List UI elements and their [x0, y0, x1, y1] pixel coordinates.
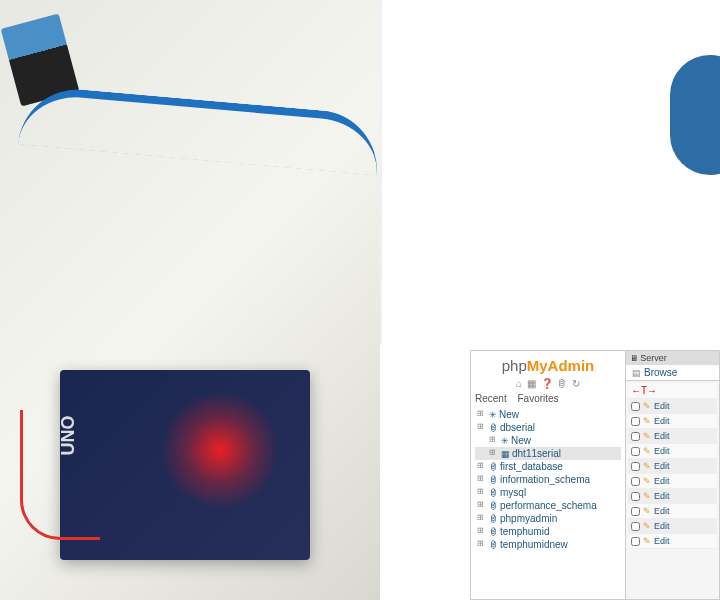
tree-item-label: temphumid [500, 526, 549, 537]
edit-link[interactable]: Edit [654, 521, 670, 531]
tree-item-temphumid[interactable]: 🛢temphumid [475, 525, 621, 538]
row-checkbox[interactable] [631, 477, 640, 486]
pencil-icon: ✎ [643, 491, 651, 501]
row-checkbox[interactable] [631, 462, 640, 471]
pencil-icon: ✎ [643, 476, 651, 486]
blue-logo-fragment [670, 55, 720, 175]
pencil-icon: ✎ [643, 431, 651, 441]
pencil-icon: ✎ [643, 521, 651, 531]
db-icon: 🛢 [489, 488, 498, 498]
pencil-icon: ✎ [643, 446, 651, 456]
row-checkbox[interactable] [631, 402, 640, 411]
row-checkbox[interactable] [631, 537, 640, 546]
edit-link[interactable]: Edit [654, 416, 670, 426]
edit-link[interactable]: Edit [654, 536, 670, 546]
row-checkbox[interactable] [631, 492, 640, 501]
edit-link[interactable]: Edit [654, 401, 670, 411]
db-icon: 🛢 [489, 527, 498, 537]
phpmyadmin-main: Server Browse ←T→✎Edit✎Edit✎Edit✎Edit✎Ed… [626, 351, 719, 599]
table-row: ✎Edit [628, 459, 717, 474]
phpmyadmin-sidebar: phpMyAdmin ⌂ ▦ ❓ 🛢 ↻ Recent Favorites ✳N… [471, 351, 626, 599]
table-row: ✎Edit [628, 519, 717, 534]
table-row: ✎Edit [628, 429, 717, 444]
logo-myadmin: MyAdmin [527, 357, 595, 374]
tree-item-New[interactable]: ✳New [475, 434, 621, 447]
edit-link[interactable]: Edit [654, 506, 670, 516]
sidebar-tabs: Recent Favorites [475, 393, 621, 404]
sql-icon[interactable]: ▦ [527, 378, 536, 389]
tree-item-label: information_schema [500, 474, 590, 485]
db-icon: 🛢 [489, 462, 498, 472]
row-checkbox[interactable] [631, 432, 640, 441]
top-right-panel [380, 0, 720, 345]
db-icon: 🛢 [489, 540, 498, 550]
help-icon[interactable]: ❓ [541, 378, 553, 389]
pencil-icon: ✎ [643, 536, 651, 546]
row-checkbox[interactable] [631, 417, 640, 426]
logo-php: php [502, 357, 527, 374]
new-row[interactable]: ←T→ [628, 383, 717, 399]
sidebar-toolbar: ⌂ ▦ ❓ 🛢 ↻ [475, 378, 621, 389]
tree-item-label: dht11serial [512, 448, 561, 459]
usb-cable [18, 84, 380, 175]
arduino-photo [0, 0, 380, 600]
tree-item-label: performance_schema [500, 500, 597, 511]
new-icon: ✳ [489, 410, 497, 420]
db-icon: 🛢 [489, 501, 498, 511]
table-row: ✎Edit [628, 474, 717, 489]
server-breadcrumb[interactable]: Server [626, 351, 719, 365]
phpmyadmin-window: phpMyAdmin ⌂ ▦ ❓ 🛢 ↻ Recent Favorites ✳N… [470, 350, 720, 600]
edit-link[interactable]: Edit [654, 476, 670, 486]
home-icon[interactable]: ⌂ [516, 378, 522, 389]
table-row: ✎Edit [628, 489, 717, 504]
tree-item-performance-schema[interactable]: 🛢performance_schema [475, 499, 621, 512]
edit-link[interactable]: Edit [654, 431, 670, 441]
tree-item-dbserial[interactable]: 🛢dbserial [475, 421, 621, 434]
edit-link[interactable]: Edit [654, 491, 670, 501]
tree-item-mysql[interactable]: 🛢mysql [475, 486, 621, 499]
browse-label: Browse [644, 367, 677, 378]
tree-item-label: New [499, 409, 519, 420]
table-row: ✎Edit [628, 534, 717, 549]
db-icon[interactable]: 🛢 [557, 378, 567, 389]
table-row: ✎Edit [628, 414, 717, 429]
db-icon: 🛢 [489, 514, 498, 524]
refresh-icon[interactable]: ↻ [572, 378, 580, 389]
table-row: ✎Edit [628, 504, 717, 519]
pencil-icon: ✎ [643, 506, 651, 516]
data-rows: ←T→✎Edit✎Edit✎Edit✎Edit✎Edit✎Edit✎Edit✎E… [626, 381, 719, 551]
edit-link[interactable]: Edit [654, 461, 670, 471]
tree-item-label: mysql [500, 487, 526, 498]
tree-item-dht11serial[interactable]: ▦dht11serial [475, 447, 621, 460]
pencil-icon: ✎ [643, 416, 651, 426]
pencil-icon: ✎ [643, 401, 651, 411]
pencil-icon: ✎ [643, 461, 651, 471]
tab-favorites[interactable]: Favorites [517, 393, 558, 404]
tree-item-phpmyadmin[interactable]: 🛢phpmyadmin [475, 512, 621, 525]
row-checkbox[interactable] [631, 447, 640, 456]
tree-item-label: phpmyadmin [500, 513, 557, 524]
db-icon: 🛢 [489, 423, 498, 433]
table-row: ✎Edit [628, 399, 717, 414]
tree-item-information-schema[interactable]: 🛢information_schema [475, 473, 621, 486]
edit-link[interactable]: Edit [654, 446, 670, 456]
tab-recent[interactable]: Recent [475, 393, 507, 404]
tree-item-label: temphumidnew [500, 539, 568, 550]
tree-item-label: dbserial [500, 422, 535, 433]
table-row: ✎Edit [628, 444, 717, 459]
tree-item-label: New [511, 435, 531, 446]
new-row-icon: ←T→ [631, 385, 657, 396]
tree-item-temphumidnew[interactable]: 🛢temphumidnew [475, 538, 621, 551]
new-icon: ✳ [501, 436, 509, 446]
tab-browse[interactable]: Browse [626, 365, 719, 381]
server-label: Server [640, 353, 667, 363]
tree-item-label: first_database [500, 461, 563, 472]
row-checkbox[interactable] [631, 507, 640, 516]
table-icon: ▦ [501, 449, 510, 459]
tree-item-first-database[interactable]: 🛢first_database [475, 460, 621, 473]
db-icon: 🛢 [489, 475, 498, 485]
jumper-wire [20, 410, 100, 540]
tree-item-New[interactable]: ✳New [475, 408, 621, 421]
phpmyadmin-logo: phpMyAdmin [475, 357, 621, 374]
row-checkbox[interactable] [631, 522, 640, 531]
